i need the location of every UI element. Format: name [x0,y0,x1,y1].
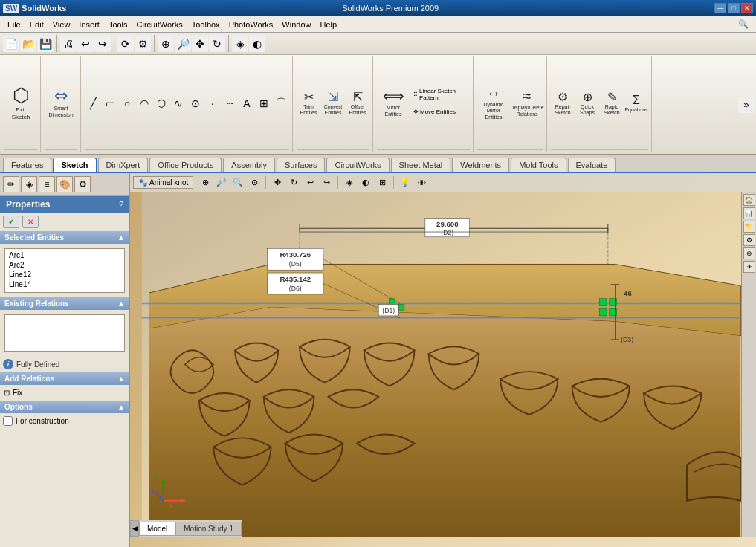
model-tab[interactable]: Model [139,522,175,536]
pan-button[interactable]: ✥ [192,36,208,52]
display-delete-button[interactable]: ≈ Display/DeleteRelations [511,84,543,123]
display-style-button[interactable]: ◐ [249,36,265,52]
mirror-entities-button[interactable]: ⟺ MirrorEntities [377,84,410,123]
ellipse-button[interactable]: ⊙ [187,95,204,111]
fillet-button[interactable]: ⌒ [273,95,289,111]
hide-show-button[interactable]: 👁 [414,175,429,190]
tab-sheet-metal[interactable]: Sheet Metal [391,158,451,172]
tab-features[interactable]: Features [3,158,51,172]
undo-button[interactable]: ↩ [77,36,94,52]
document-tab[interactable]: 🐾 Animal knot [133,176,193,189]
tab-surfaces[interactable]: Surfaces [277,158,325,172]
tab-mold-tools[interactable]: Mold Tools [511,158,566,172]
tab-nav-left[interactable]: ◀ [130,520,139,537]
panel-icon-settings[interactable]: ⚙ [74,176,91,192]
entity-arc1[interactable]: Arc1 [7,250,123,260]
mini-view-2[interactable]: 📊 [743,207,755,219]
polygon-button[interactable]: ⬡ [153,95,169,111]
zoom-fit-vp-button[interactable]: ⊕ [198,175,213,190]
new-button[interactable]: 📄 [3,36,19,52]
lighting-button[interactable]: 💡 [398,175,413,190]
toolbar-overflow-button[interactable]: » [738,97,755,113]
panel-icon-color[interactable]: 🎨 [56,176,73,192]
centerline-button[interactable]: ┄ [222,95,238,111]
menu-search[interactable]: 🔍 [734,18,753,30]
tab-assembly[interactable]: Assembly [223,158,275,172]
rapid-sketch-button[interactable]: ✎ RapidSketch [600,85,624,121]
tab-weldments[interactable]: Weldments [452,158,509,172]
panel-icon-layers[interactable]: ≡ [39,176,55,192]
model-viewport[interactable]: 29.600 (D2) R430.726 (D5) R435.142 (D6) … [130,192,756,537]
prev-view-button[interactable]: ↩ [303,175,317,190]
exit-sketch-button[interactable]: ⬡ Exit Sketch [4,84,37,123]
panel-icon-sketch[interactable]: ✏ [3,176,19,192]
tab-evaluate[interactable]: Evaluate [568,158,616,172]
menu-file[interactable]: File [3,19,25,30]
motion-study-tab[interactable]: Motion Study 1 [175,522,242,536]
quick-snaps-button[interactable]: ⊕ QuickSnaps [575,85,599,121]
linear-pattern-button[interactable]: ⠿ Linear Sketch Pattern [410,86,470,103]
options-button[interactable]: ⚙ [135,36,151,52]
zoom-out-vp-button[interactable]: 🔍 [230,175,245,190]
point-button[interactable]: · [204,95,221,111]
selected-entities-header[interactable]: Selected Entities ▲ [0,231,129,244]
close-button[interactable]: ✕ [741,3,753,13]
convert-entities-button[interactable]: ⇲ Convert Entities [321,85,345,121]
rectangle-button[interactable]: ▭ [102,95,118,111]
menu-help[interactable]: Help [315,19,341,30]
existing-relations-header[interactable]: Existing Relations ▲ [0,297,129,310]
mini-view-3[interactable]: 📁 [743,221,755,233]
text-button[interactable]: A [239,95,255,111]
tab-office-products[interactable]: Office Products [149,158,222,172]
menu-edit[interactable]: Edit [25,19,48,30]
view-orient-button[interactable]: ◈ [232,36,248,52]
panel-icon-display[interactable]: ◈ [21,176,37,192]
section-view-button[interactable]: ⊞ [375,175,390,190]
menu-tools[interactable]: Tools [104,19,132,30]
repair-sketch-button[interactable]: ⚙ RepairSketch [551,85,575,121]
spline-button[interactable]: ∿ [170,95,187,111]
entity-line12[interactable]: Line12 [7,270,123,279]
cancel-button[interactable]: ✕ [22,216,39,228]
offset-entities-button[interactable]: ⇱ OffsetEntities [346,85,369,121]
add-relations-header[interactable]: Add Relations ▲ [0,372,129,385]
maximize-button[interactable]: □ [728,3,740,13]
menu-window[interactable]: Window [277,19,315,30]
tab-circuitworks[interactable]: CircuitWorks [326,158,389,172]
tab-dimxpert[interactable]: DimXpert [98,158,149,172]
circle-button[interactable]: ○ [119,95,135,111]
display-style-vp-button[interactable]: ◐ [358,175,373,190]
print-button[interactable]: 🖨 [60,36,77,52]
construction-button[interactable]: ⊞ [256,95,272,111]
zoom-area-vp-button[interactable]: ⊙ [247,175,262,190]
redo-button[interactable]: ↪ [94,36,111,52]
minimize-button[interactable]: — [714,3,726,13]
mini-view-4[interactable]: ⚙ [743,234,755,246]
tab-sketch[interactable]: Sketch [53,158,96,172]
menu-insert[interactable]: Insert [74,19,104,30]
options-header[interactable]: Options ▲ [0,401,129,413]
menu-toolbox[interactable]: Toolbox [187,19,224,30]
ok-button[interactable]: ✓ [3,216,19,228]
trim-entities-button[interactable]: ✂ TrimEntities [297,85,320,121]
smart-dimension-button[interactable]: ⇔ SmartDimension [45,84,77,123]
open-button[interactable]: 📂 [20,36,36,52]
equations-button[interactable]: Σ Equations [624,85,648,121]
rebuild-button[interactable]: ⟳ [117,36,134,52]
mini-view-1[interactable]: 🏠 [743,194,755,206]
menu-view[interactable]: View [48,19,75,30]
view-orient-vp-button[interactable]: ◈ [342,175,357,190]
mini-view-6[interactable]: ☀ [743,261,755,273]
dynamic-mirror-button[interactable]: ↔ Dynamic MirrorEntities [477,84,510,123]
zoom-fit-button[interactable]: ⊕ [158,36,174,52]
entity-line14[interactable]: Line14 [7,279,123,289]
menu-photoworks[interactable]: PhotoWorks [224,19,278,30]
next-view-button[interactable]: ↪ [319,175,334,190]
for-construction-checkbox[interactable] [3,416,13,426]
menu-circuitworks[interactable]: CircuitWorks [132,19,187,30]
mini-view-5[interactable]: ⊕ [743,247,755,259]
pan-vp-button[interactable]: ✥ [270,175,285,190]
arc-button[interactable]: ◠ [136,95,152,111]
move-entities-button[interactable]: ✥ Move Entities [410,103,470,120]
properties-help-button[interactable]: ? [119,200,123,209]
